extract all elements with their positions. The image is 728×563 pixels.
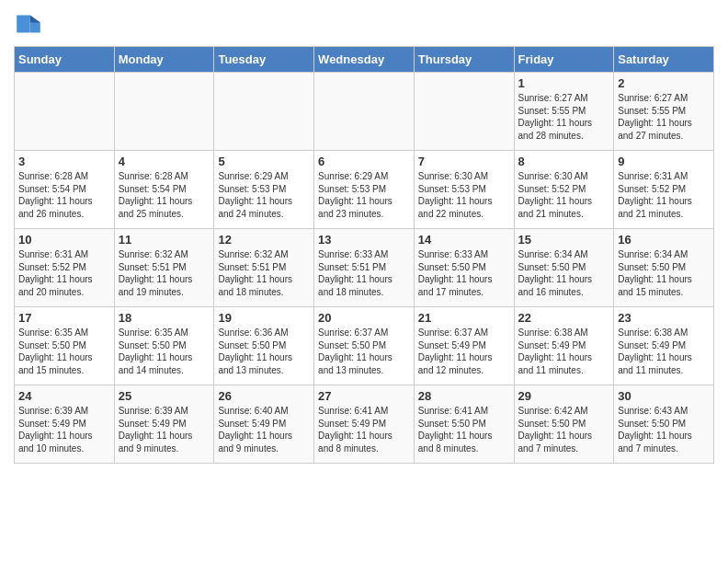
logo (14, 9, 47, 39)
calendar-week-1: 1Sunrise: 6:27 AM Sunset: 5:55 PM Daylig… (15, 73, 714, 151)
calendar-header-row: SundayMondayTuesdayWednesdayThursdayFrid… (15, 47, 714, 73)
day-info: Sunrise: 6:30 AM Sunset: 5:52 PM Dayligh… (518, 170, 610, 220)
day-number: 2 (618, 76, 710, 90)
calendar-cell (15, 73, 115, 151)
day-number: 15 (518, 233, 610, 247)
day-number: 4 (119, 155, 210, 168)
day-number: 29 (518, 389, 610, 403)
day-info: Sunrise: 6:28 AM Sunset: 5:54 PM Dayligh… (18, 170, 110, 220)
day-number: 19 (218, 311, 310, 325)
day-info: Sunrise: 6:35 AM Sunset: 5:50 PM Dayligh… (119, 327, 210, 376)
day-number: 9 (618, 155, 710, 168)
day-number: 24 (18, 389, 110, 403)
day-number: 1 (518, 76, 610, 90)
calendar-cell: 4Sunrise: 6:28 AM Sunset: 5:54 PM Daylig… (114, 151, 214, 229)
calendar-cell: 14Sunrise: 6:33 AM Sunset: 5:50 PM Dayli… (414, 229, 514, 307)
day-info: Sunrise: 6:33 AM Sunset: 5:50 PM Dayligh… (418, 248, 510, 298)
calendar-cell: 7Sunrise: 6:30 AM Sunset: 5:53 PM Daylig… (414, 151, 514, 229)
day-info: Sunrise: 6:39 AM Sunset: 5:49 PM Dayligh… (119, 405, 210, 454)
day-number: 21 (418, 311, 510, 325)
day-info: Sunrise: 6:37 AM Sunset: 5:49 PM Dayligh… (418, 327, 510, 376)
day-info: Sunrise: 6:30 AM Sunset: 5:53 PM Dayligh… (418, 170, 510, 220)
calendar-week-4: 17Sunrise: 6:35 AM Sunset: 5:50 PM Dayli… (15, 307, 714, 385)
day-number: 13 (318, 233, 410, 247)
column-header-tuesday: Tuesday (214, 47, 314, 73)
calendar-cell: 3Sunrise: 6:28 AM Sunset: 5:54 PM Daylig… (15, 151, 115, 229)
day-info: Sunrise: 6:34 AM Sunset: 5:50 PM Dayligh… (618, 248, 710, 298)
calendar-cell: 9Sunrise: 6:31 AM Sunset: 5:52 PM Daylig… (614, 151, 714, 229)
day-number: 27 (318, 389, 410, 403)
day-info: Sunrise: 6:27 AM Sunset: 5:55 PM Dayligh… (518, 92, 610, 142)
day-number: 25 (119, 389, 210, 403)
calendar-cell: 18Sunrise: 6:35 AM Sunset: 5:50 PM Dayli… (114, 307, 214, 385)
day-number: 11 (119, 233, 210, 247)
column-header-friday: Friday (514, 47, 614, 73)
day-info: Sunrise: 6:27 AM Sunset: 5:55 PM Dayligh… (618, 92, 710, 142)
calendar-cell: 19Sunrise: 6:36 AM Sunset: 5:50 PM Dayli… (214, 307, 314, 385)
svg-rect-3 (17, 15, 29, 32)
column-header-sunday: Sunday (15, 47, 115, 73)
calendar-cell: 6Sunrise: 6:29 AM Sunset: 5:53 PM Daylig… (314, 151, 415, 229)
calendar-cell: 25Sunrise: 6:39 AM Sunset: 5:49 PM Dayli… (114, 385, 214, 464)
calendar-week-2: 3Sunrise: 6:28 AM Sunset: 5:54 PM Daylig… (15, 151, 714, 229)
day-info: Sunrise: 6:35 AM Sunset: 5:50 PM Dayligh… (18, 327, 110, 376)
calendar-cell: 11Sunrise: 6:32 AM Sunset: 5:51 PM Dayli… (114, 229, 214, 307)
day-number: 18 (119, 311, 210, 325)
day-info: Sunrise: 6:41 AM Sunset: 5:50 PM Dayligh… (418, 405, 510, 454)
calendar-cell: 22Sunrise: 6:38 AM Sunset: 5:49 PM Dayli… (514, 307, 614, 385)
day-info: Sunrise: 6:29 AM Sunset: 5:53 PM Dayligh… (318, 170, 410, 220)
calendar-week-5: 24Sunrise: 6:39 AM Sunset: 5:49 PM Dayli… (15, 385, 714, 464)
calendar-cell: 10Sunrise: 6:31 AM Sunset: 5:52 PM Dayli… (15, 229, 115, 307)
calendar-cell: 24Sunrise: 6:39 AM Sunset: 5:49 PM Dayli… (15, 385, 115, 464)
day-number: 7 (418, 155, 510, 168)
day-number: 5 (218, 155, 310, 168)
calendar-cell: 1Sunrise: 6:27 AM Sunset: 5:55 PM Daylig… (514, 73, 614, 151)
day-info: Sunrise: 6:33 AM Sunset: 5:51 PM Dayligh… (318, 248, 410, 298)
calendar-cell (114, 73, 214, 151)
day-info: Sunrise: 6:29 AM Sunset: 5:53 PM Dayligh… (218, 170, 310, 220)
calendar-cell: 13Sunrise: 6:33 AM Sunset: 5:51 PM Dayli… (314, 229, 415, 307)
calendar-cell (214, 73, 314, 151)
day-info: Sunrise: 6:34 AM Sunset: 5:50 PM Dayligh… (518, 248, 610, 298)
calendar-cell: 5Sunrise: 6:29 AM Sunset: 5:53 PM Daylig… (214, 151, 314, 229)
logo-icon (14, 9, 43, 39)
day-number: 20 (318, 311, 410, 325)
day-info: Sunrise: 6:32 AM Sunset: 5:51 PM Dayligh… (218, 248, 310, 298)
calendar-cell: 21Sunrise: 6:37 AM Sunset: 5:49 PM Dayli… (414, 307, 514, 385)
day-number: 17 (18, 311, 110, 325)
column-header-thursday: Thursday (414, 47, 514, 73)
day-number: 28 (418, 389, 510, 403)
calendar-cell: 8Sunrise: 6:30 AM Sunset: 5:52 PM Daylig… (514, 151, 614, 229)
day-info: Sunrise: 6:38 AM Sunset: 5:49 PM Dayligh… (518, 327, 610, 376)
day-info: Sunrise: 6:38 AM Sunset: 5:49 PM Dayligh… (618, 327, 710, 376)
day-number: 3 (18, 155, 110, 168)
calendar-cell: 20Sunrise: 6:37 AM Sunset: 5:50 PM Dayli… (314, 307, 415, 385)
day-number: 12 (218, 233, 310, 247)
day-info: Sunrise: 6:31 AM Sunset: 5:52 PM Dayligh… (18, 248, 110, 298)
calendar-table: SundayMondayTuesdayWednesdayThursdayFrid… (14, 46, 714, 464)
calendar-cell: 26Sunrise: 6:40 AM Sunset: 5:49 PM Dayli… (214, 385, 314, 464)
column-header-saturday: Saturday (614, 47, 714, 73)
day-info: Sunrise: 6:31 AM Sunset: 5:52 PM Dayligh… (618, 170, 710, 220)
day-info: Sunrise: 6:28 AM Sunset: 5:54 PM Dayligh… (119, 170, 210, 220)
day-info: Sunrise: 6:39 AM Sunset: 5:49 PM Dayligh… (18, 405, 110, 454)
day-number: 30 (618, 389, 710, 403)
day-info: Sunrise: 6:42 AM Sunset: 5:50 PM Dayligh… (518, 405, 610, 454)
column-header-wednesday: Wednesday (314, 47, 415, 73)
day-info: Sunrise: 6:40 AM Sunset: 5:49 PM Dayligh… (218, 405, 310, 454)
calendar-cell: 16Sunrise: 6:34 AM Sunset: 5:50 PM Dayli… (614, 229, 714, 307)
day-number: 6 (318, 155, 410, 168)
day-number: 26 (218, 389, 310, 403)
calendar-cell: 27Sunrise: 6:41 AM Sunset: 5:49 PM Dayli… (314, 385, 415, 464)
calendar-week-3: 10Sunrise: 6:31 AM Sunset: 5:52 PM Dayli… (15, 229, 714, 307)
calendar-cell: 17Sunrise: 6:35 AM Sunset: 5:50 PM Dayli… (15, 307, 115, 385)
day-number: 8 (518, 155, 610, 168)
day-number: 10 (18, 233, 110, 247)
calendar-cell: 15Sunrise: 6:34 AM Sunset: 5:50 PM Dayli… (514, 229, 614, 307)
day-number: 23 (618, 311, 710, 325)
page-header (14, 9, 714, 39)
column-header-monday: Monday (114, 47, 214, 73)
day-info: Sunrise: 6:37 AM Sunset: 5:50 PM Dayligh… (318, 327, 410, 376)
calendar-cell: 2Sunrise: 6:27 AM Sunset: 5:55 PM Daylig… (614, 73, 714, 151)
calendar-cell: 28Sunrise: 6:41 AM Sunset: 5:50 PM Dayli… (414, 385, 514, 464)
